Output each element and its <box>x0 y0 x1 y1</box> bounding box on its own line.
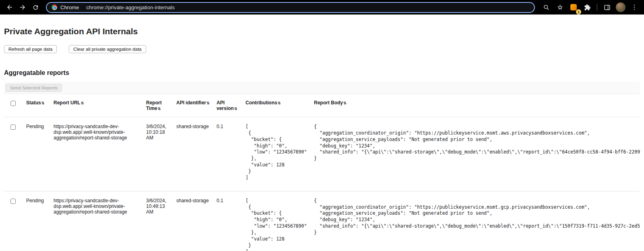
report-body-cell: { "aggregation_coordinator_origin": "htt… <box>314 191 640 251</box>
browser-menu-button[interactable]: ⋮ <box>629 2 640 13</box>
report-time-cell: 3/6/2024, 10:49:13 AM <box>146 191 176 251</box>
row-checkbox[interactable] <box>10 124 16 130</box>
site-label: Chrome <box>60 4 79 10</box>
sort-icon: ⇅ <box>158 107 161 111</box>
back-button[interactable] <box>4 2 15 13</box>
send-selected-reports-button[interactable]: Send Selected Reports <box>6 84 62 92</box>
header-api-identifier[interactable]: API identifier⇅ <box>176 94 217 117</box>
refresh-all-button[interactable]: Refresh all page data <box>4 45 57 53</box>
profile-button[interactable] <box>615 2 626 13</box>
bookmark-button[interactable] <box>554 2 566 13</box>
profile-avatar <box>616 2 625 12</box>
api-version-cell: 0.1 <box>217 117 246 191</box>
pinned-extension-button[interactable]: 1 <box>568 2 579 13</box>
table-header-row: Status⇅ Report URL⇅ Report Time⇅ API ide… <box>4 94 640 117</box>
side-panel-button[interactable] <box>601 2 613 13</box>
contributions-cell: [ { "bucket": { "high": "0", "low": "123… <box>246 117 314 191</box>
report-url-cell: https://privacy-sandcastle-dev-dsp.web.a… <box>54 117 146 191</box>
extension-badge: 1 <box>576 9 581 15</box>
report-body-json: { "aggregation_coordinator_origin": "htt… <box>314 198 636 236</box>
header-status[interactable]: Status⇅ <box>26 94 54 117</box>
page-content: Private Aggregation API Internals Refres… <box>0 27 644 251</box>
side-panel-icon <box>604 4 611 11</box>
back-arrow-icon <box>6 4 13 11</box>
table-row: Pending https://privacy-sandcastle-dev-d… <box>4 191 640 251</box>
header-api-version[interactable]: API version⇅ <box>217 94 246 117</box>
report-body-cell: { "aggregation_coordinator_origin": "htt… <box>314 117 640 191</box>
page-title: Private Aggregation API Internals <box>4 27 640 36</box>
url-text: chrome://private-aggregation-internals <box>86 4 175 10</box>
header-report-time[interactable]: Report Time⇅ <box>146 94 176 117</box>
kebab-menu-icon: ⋮ <box>630 4 639 10</box>
reports-table: Status⇅ Report URL⇅ Report Time⇅ API ide… <box>4 94 640 251</box>
browser-toolbar: Chrome chrome://private-aggregation-inte… <box>0 0 644 15</box>
puzzle-icon <box>584 4 591 11</box>
select-all-checkbox[interactable] <box>10 101 16 106</box>
search-icon <box>543 4 550 11</box>
header-report-url[interactable]: Report URL⇅ <box>54 94 146 117</box>
status-cell: Pending <box>26 191 54 251</box>
chrome-logo-icon <box>52 4 57 10</box>
contributions-json: [ { "bucket": { "high": "0", "low": "123… <box>246 124 310 181</box>
table-row: Pending https://privacy-sandcastle-dev-d… <box>4 117 640 191</box>
sort-icon: ⇅ <box>234 107 237 111</box>
aggregatable-reports-heading: Aggregatable reports <box>4 69 640 77</box>
header-contributions[interactable]: Contributions⇅ <box>246 94 314 117</box>
sort-icon: ⇅ <box>81 101 84 105</box>
search-button[interactable] <box>541 2 552 13</box>
star-icon <box>557 4 564 11</box>
reload-button[interactable] <box>30 2 41 13</box>
pinned-extension-icon <box>570 4 577 10</box>
address-bar[interactable]: Chrome chrome://private-aggregation-inte… <box>46 2 535 13</box>
table-toolbar: Send Selected Reports <box>4 81 640 94</box>
sort-icon: ⇅ <box>41 101 45 105</box>
row-checkbox[interactable] <box>10 199 16 204</box>
sort-icon: ⇅ <box>206 101 210 105</box>
reload-icon <box>32 4 39 11</box>
toolbar-divider <box>597 4 597 11</box>
api-identifier-cell: shared-storage <box>176 191 217 251</box>
header-report-body[interactable]: Report Body⇅ <box>314 94 640 117</box>
api-identifier-cell: shared-storage <box>176 117 217 191</box>
report-time-cell: 3/6/2024, 10:10:18 AM <box>146 117 176 191</box>
report-url-cell: https://privacy-sandcastle-dev-dsp.web.a… <box>54 191 146 251</box>
status-cell: Pending <box>26 117 54 191</box>
forward-arrow-icon <box>19 4 26 11</box>
sort-icon: ⇅ <box>343 101 347 105</box>
api-version-cell: 0.1 <box>217 191 246 251</box>
extensions-button[interactable] <box>582 2 593 13</box>
forward-button[interactable] <box>17 2 28 13</box>
contributions-cell: [ { "bucket": { "high": "0", "low": "123… <box>246 191 314 251</box>
clear-all-button[interactable]: Clear all private aggregation data <box>69 45 146 53</box>
report-body-json: { "aggregation_coordinator_origin": "htt… <box>314 124 636 162</box>
sort-icon: ⇅ <box>278 101 281 105</box>
contributions-json: [ { "bucket": { "high": "0", "low": "123… <box>246 198 310 251</box>
